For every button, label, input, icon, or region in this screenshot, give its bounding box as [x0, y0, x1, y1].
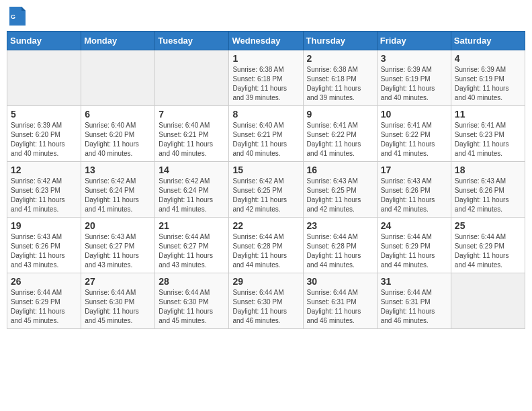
day-info: Sunrise: 6:42 AM Sunset: 6:24 PM Dayligh… — [159, 177, 225, 214]
day-number: 17 — [381, 165, 447, 175]
calendar-cell — [451, 273, 525, 329]
calendar-cell: 17Sunrise: 6:43 AM Sunset: 6:26 PM Dayli… — [377, 162, 451, 218]
weekday-header-tuesday: Tuesday — [155, 32, 229, 50]
day-number: 2 — [307, 53, 373, 64]
day-info: Sunrise: 6:44 AM Sunset: 6:28 PM Dayligh… — [232, 232, 299, 270]
calendar-week-4: 19Sunrise: 6:43 AM Sunset: 6:26 PM Dayli… — [7, 218, 525, 273]
day-info: Sunrise: 6:39 AM Sunset: 6:19 PM Dayligh… — [455, 65, 521, 103]
day-number: 3 — [381, 53, 447, 64]
day-number: 20 — [85, 220, 151, 231]
weekday-header-sunday: Sunday — [7, 32, 81, 50]
calendar-cell: 2Sunrise: 6:38 AM Sunset: 6:18 PM Daylig… — [303, 50, 377, 106]
day-number: 24 — [381, 220, 447, 231]
weekday-header-thursday: Thursday — [303, 32, 377, 50]
calendar-cell: 11Sunrise: 6:41 AM Sunset: 6:23 PM Dayli… — [451, 106, 525, 162]
weekday-header-wednesday: Wednesday — [229, 32, 303, 50]
svg-marker-1 — [21, 7, 26, 11]
calendar-week-1: 1Sunrise: 6:38 AM Sunset: 6:18 PM Daylig… — [7, 50, 525, 106]
calendar-cell: 3Sunrise: 6:39 AM Sunset: 6:19 PM Daylig… — [377, 50, 451, 106]
day-number: 11 — [455, 109, 521, 120]
day-info: Sunrise: 6:43 AM Sunset: 6:26 PM Dayligh… — [455, 177, 521, 214]
calendar-cell: 23Sunrise: 6:44 AM Sunset: 6:28 PM Dayli… — [303, 218, 377, 273]
day-number: 28 — [159, 276, 225, 287]
day-info: Sunrise: 6:43 AM Sunset: 6:26 PM Dayligh… — [11, 232, 77, 270]
weekday-header-saturday: Saturday — [451, 32, 525, 50]
day-info: Sunrise: 6:38 AM Sunset: 6:18 PM Dayligh… — [307, 65, 373, 103]
calendar-cell: 9Sunrise: 6:41 AM Sunset: 6:22 PM Daylig… — [303, 106, 377, 162]
day-number: 23 — [307, 220, 373, 231]
day-info: Sunrise: 6:42 AM Sunset: 6:25 PM Dayligh… — [232, 177, 299, 214]
calendar-header: SundayMondayTuesdayWednesdayThursdayFrid… — [7, 32, 525, 50]
calendar-cell: 24Sunrise: 6:44 AM Sunset: 6:29 PM Dayli… — [377, 218, 451, 273]
page-header: G — [7, 7, 525, 26]
day-number: 8 — [232, 109, 299, 120]
day-info: Sunrise: 6:44 AM Sunset: 6:30 PM Dayligh… — [232, 288, 299, 326]
day-info: Sunrise: 6:44 AM Sunset: 6:29 PM Dayligh… — [11, 288, 77, 326]
calendar-cell: 6Sunrise: 6:40 AM Sunset: 6:20 PM Daylig… — [81, 106, 155, 162]
day-number: 14 — [159, 165, 225, 175]
calendar-cell: 12Sunrise: 6:42 AM Sunset: 6:23 PM Dayli… — [7, 162, 81, 218]
logo-icon: G — [9, 7, 26, 26]
day-number: 12 — [11, 165, 77, 175]
day-number: 21 — [159, 220, 225, 231]
day-number: 10 — [381, 109, 447, 120]
day-number: 22 — [232, 220, 299, 231]
day-info: Sunrise: 6:44 AM Sunset: 6:30 PM Dayligh… — [159, 288, 225, 326]
calendar-week-3: 12Sunrise: 6:42 AM Sunset: 6:23 PM Dayli… — [7, 162, 525, 218]
calendar-cell: 28Sunrise: 6:44 AM Sunset: 6:30 PM Dayli… — [155, 273, 229, 329]
calendar-cell: 13Sunrise: 6:42 AM Sunset: 6:24 PM Dayli… — [81, 162, 155, 218]
day-number: 29 — [232, 276, 299, 287]
calendar-cell: 25Sunrise: 6:44 AM Sunset: 6:29 PM Dayli… — [451, 218, 525, 273]
day-number: 30 — [307, 276, 373, 287]
calendar-cell: 27Sunrise: 6:44 AM Sunset: 6:30 PM Dayli… — [81, 273, 155, 329]
day-info: Sunrise: 6:44 AM Sunset: 6:27 PM Dayligh… — [159, 232, 225, 270]
day-number: 31 — [381, 276, 447, 287]
calendar-cell — [155, 50, 229, 106]
day-number: 25 — [455, 220, 521, 231]
calendar-body: 1Sunrise: 6:38 AM Sunset: 6:18 PM Daylig… — [7, 50, 525, 329]
day-number: 6 — [85, 109, 151, 120]
calendar-cell: 29Sunrise: 6:44 AM Sunset: 6:30 PM Dayli… — [229, 273, 303, 329]
calendar-cell: 19Sunrise: 6:43 AM Sunset: 6:26 PM Dayli… — [7, 218, 81, 273]
day-number: 27 — [85, 276, 151, 287]
day-info: Sunrise: 6:39 AM Sunset: 6:19 PM Dayligh… — [381, 65, 447, 103]
calendar-cell: 15Sunrise: 6:42 AM Sunset: 6:25 PM Dayli… — [229, 162, 303, 218]
day-info: Sunrise: 6:41 AM Sunset: 6:23 PM Dayligh… — [455, 121, 521, 158]
day-number: 16 — [307, 165, 373, 175]
day-number: 4 — [455, 53, 521, 64]
calendar-week-5: 26Sunrise: 6:44 AM Sunset: 6:29 PM Dayli… — [7, 273, 525, 329]
weekday-header-monday: Monday — [81, 32, 155, 50]
calendar-cell: 4Sunrise: 6:39 AM Sunset: 6:19 PM Daylig… — [451, 50, 525, 106]
calendar-cell: 1Sunrise: 6:38 AM Sunset: 6:18 PM Daylig… — [229, 50, 303, 106]
day-info: Sunrise: 6:44 AM Sunset: 6:31 PM Dayligh… — [307, 288, 373, 326]
calendar-cell: 18Sunrise: 6:43 AM Sunset: 6:26 PM Dayli… — [451, 162, 525, 218]
calendar-cell: 5Sunrise: 6:39 AM Sunset: 6:20 PM Daylig… — [7, 106, 81, 162]
day-info: Sunrise: 6:38 AM Sunset: 6:18 PM Dayligh… — [232, 65, 299, 103]
calendar-cell: 14Sunrise: 6:42 AM Sunset: 6:24 PM Dayli… — [155, 162, 229, 218]
calendar-cell: 31Sunrise: 6:44 AM Sunset: 6:31 PM Dayli… — [377, 273, 451, 329]
calendar-cell: 26Sunrise: 6:44 AM Sunset: 6:29 PM Dayli… — [7, 273, 81, 329]
day-info: Sunrise: 6:40 AM Sunset: 6:20 PM Dayligh… — [85, 121, 151, 158]
calendar-table: SundayMondayTuesdayWednesdayThursdayFrid… — [7, 31, 525, 329]
day-info: Sunrise: 6:43 AM Sunset: 6:25 PM Dayligh… — [307, 177, 373, 214]
day-info: Sunrise: 6:41 AM Sunset: 6:22 PM Dayligh… — [307, 121, 373, 158]
weekday-header-friday: Friday — [377, 32, 451, 50]
day-number: 18 — [455, 165, 521, 175]
day-info: Sunrise: 6:42 AM Sunset: 6:24 PM Dayligh… — [85, 177, 151, 214]
calendar-cell: 10Sunrise: 6:41 AM Sunset: 6:22 PM Dayli… — [377, 106, 451, 162]
day-info: Sunrise: 6:44 AM Sunset: 6:28 PM Dayligh… — [307, 232, 373, 270]
day-number: 9 — [307, 109, 373, 120]
weekday-header-row: SundayMondayTuesdayWednesdayThursdayFrid… — [7, 32, 525, 50]
day-info: Sunrise: 6:44 AM Sunset: 6:30 PM Dayligh… — [85, 288, 151, 326]
day-number: 7 — [159, 109, 225, 120]
day-number: 19 — [11, 220, 77, 231]
calendar-cell: 22Sunrise: 6:44 AM Sunset: 6:28 PM Dayli… — [229, 218, 303, 273]
day-number: 13 — [85, 165, 151, 175]
day-info: Sunrise: 6:40 AM Sunset: 6:21 PM Dayligh… — [159, 121, 225, 158]
day-info: Sunrise: 6:43 AM Sunset: 6:27 PM Dayligh… — [85, 232, 151, 270]
calendar-cell: 21Sunrise: 6:44 AM Sunset: 6:27 PM Dayli… — [155, 218, 229, 273]
calendar-cell: 20Sunrise: 6:43 AM Sunset: 6:27 PM Dayli… — [81, 218, 155, 273]
calendar-cell: 7Sunrise: 6:40 AM Sunset: 6:21 PM Daylig… — [155, 106, 229, 162]
day-info: Sunrise: 6:44 AM Sunset: 6:31 PM Dayligh… — [381, 288, 447, 326]
day-number: 26 — [11, 276, 77, 287]
